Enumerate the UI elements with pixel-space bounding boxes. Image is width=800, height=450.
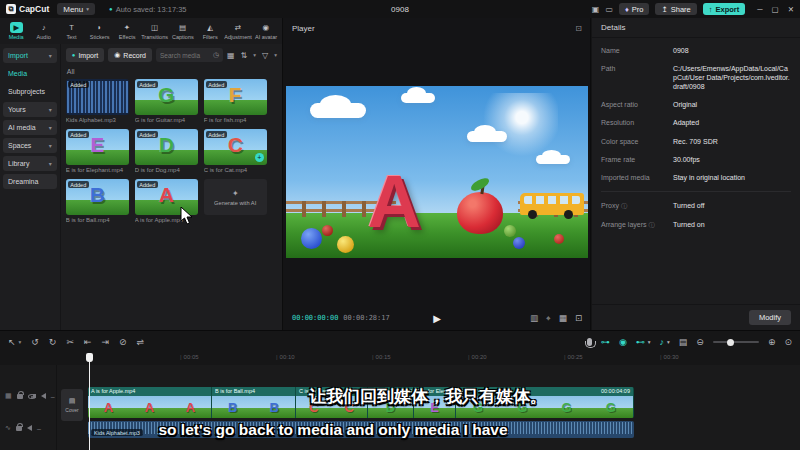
sidebar-item-ai-media[interactable]: AI media▾: [3, 120, 57, 135]
generate-with-ai-tile[interactable]: ✦ Generate with AI: [204, 179, 267, 223]
maximize-button[interactable]: ▢: [772, 5, 779, 14]
media-item-g-guitar[interactable]: AddedG G is for Guitar.mp4: [135, 79, 198, 123]
split-icon[interactable]: ✂: [66, 337, 74, 347]
close-button[interactable]: ✕: [788, 5, 794, 14]
record-voiceover-icon[interactable]: [587, 338, 592, 346]
sort-icon[interactable]: ⇅: [241, 51, 248, 60]
track-audio-icon[interactable]: ♪: [660, 337, 665, 347]
search-input[interactable]: [160, 52, 210, 59]
media-item-b-ball[interactable]: AddedB B is for Ball.mp4: [66, 179, 129, 223]
section-label-all[interactable]: All: [67, 68, 277, 75]
tab-adjustment[interactable]: ⇄Adjustment: [224, 22, 251, 40]
chevron-down-icon[interactable]: ▾: [19, 339, 22, 345]
pointer-tool-icon[interactable]: ↖: [8, 337, 16, 347]
sidebar-item-yours[interactable]: Yours▾: [3, 102, 57, 117]
zoom-in-icon[interactable]: ⊕: [768, 337, 776, 347]
trim-right-icon[interactable]: ⇥: [102, 337, 110, 347]
export-label: Export: [716, 5, 740, 14]
link-clips-icon[interactable]: ⊶: [601, 337, 610, 347]
scene-letter-a: A: [368, 169, 421, 236]
fit-timeline-icon[interactable]: ⊙: [784, 337, 792, 347]
delete-icon[interactable]: ⊘: [119, 337, 127, 347]
tab-audio[interactable]: ♪Audio: [31, 22, 58, 40]
tab-media[interactable]: ▶Media: [3, 22, 30, 40]
export-button[interactable]: ↑ Export: [703, 3, 746, 15]
tab-ai-avatar[interactable]: ◉AI avatar: [252, 22, 279, 40]
sidebar-item-import[interactable]: Import▾: [3, 48, 57, 63]
history-clock-icon[interactable]: ◷: [213, 51, 219, 59]
detail-label: Imported media: [601, 173, 673, 182]
video-preview[interactable]: A: [286, 86, 588, 258]
pro-button[interactable]: ♦ Pro: [619, 3, 650, 15]
magnet-snap-icon[interactable]: ◉: [619, 337, 627, 347]
tab-effects[interactable]: ✦Effects: [114, 22, 141, 40]
search-box[interactable]: ◷: [156, 48, 223, 62]
tab-label: Captions: [172, 34, 194, 40]
cover-button[interactable]: ▤ Cover: [61, 389, 83, 421]
preview-axis-icon[interactable]: ⊷: [636, 337, 645, 347]
layout-switch-icon[interactable]: ▣: [592, 5, 600, 14]
mirror-icon[interactable]: ⇌: [137, 337, 145, 347]
record-button[interactable]: ◉ Record: [108, 48, 152, 62]
media-library-panel: ▶Media ♪Audio TText ◗Stickers ✦Effects ◫…: [0, 18, 283, 330]
tab-text[interactable]: TText: [58, 22, 85, 40]
thumbnail-letter: C: [228, 133, 243, 157]
lock-track-icon[interactable]: [17, 394, 23, 399]
screen-mode-icon[interactable]: ▭: [605, 5, 613, 14]
minimize-button[interactable]: ─: [757, 5, 762, 14]
mute-track-icon[interactable]: [41, 393, 46, 399]
quality-icon[interactable]: ▦: [559, 313, 567, 324]
play-button[interactable]: ▶: [433, 313, 441, 324]
collapse-track-icon[interactable]: –: [51, 393, 55, 400]
detail-row-imported-media: Imported mediaStay in original location: [601, 173, 791, 182]
chevron-down-icon[interactable]: ▾: [648, 339, 651, 345]
collapse-track-icon[interactable]: –: [37, 425, 41, 432]
panel-expand-icon[interactable]: ⊡: [575, 24, 582, 33]
mute-track-icon[interactable]: [27, 425, 32, 431]
fullscreen-icon[interactable]: ⊡: [575, 313, 582, 324]
tab-stickers[interactable]: ◗Stickers: [86, 22, 113, 40]
slider-knob[interactable]: [727, 339, 734, 346]
chevron-down-icon: ▾: [49, 160, 52, 167]
timeline-zoom-slider[interactable]: [713, 341, 759, 343]
filter-icon[interactable]: ▽: [262, 51, 268, 60]
display-settings-icon[interactable]: ▥: [530, 313, 538, 324]
sidebar-item-dreamina[interactable]: Dreamina: [3, 174, 57, 189]
add-to-timeline-button[interactable]: +: [255, 153, 264, 162]
timeline-ruler[interactable]: 00:05 00:10 00:15 00:20 00:25 00:30: [0, 353, 800, 365]
chevron-down-icon[interactable]: ▾: [667, 339, 670, 345]
undo-icon[interactable]: ↺: [31, 337, 39, 347]
tab-transitions[interactable]: ◫Transitions: [141, 22, 168, 40]
playhead[interactable]: [89, 353, 90, 450]
grid-view-icon[interactable]: ▦: [227, 51, 235, 60]
added-badge: Added: [68, 131, 89, 138]
sidebar-item-subprojects[interactable]: Subprojects: [3, 84, 57, 99]
cover-template-icon[interactable]: ▤: [679, 337, 688, 347]
tab-captions[interactable]: ▤Captions: [169, 22, 196, 40]
import-button[interactable]: ● Import: [66, 48, 104, 62]
waveform-view-icon[interactable]: ∿: [5, 424, 11, 432]
zoom-out-icon[interactable]: ⊖: [696, 337, 704, 347]
menu-button[interactable]: Menu ▾: [57, 3, 95, 15]
clip-b-ball[interactable]: B is for Ball.mp4 BB: [212, 387, 296, 418]
sidebar-item-library[interactable]: Library▾: [3, 156, 57, 171]
preview-focus-icon[interactable]: ⌖: [546, 313, 551, 324]
modify-button[interactable]: Modify: [749, 310, 791, 325]
media-item-f-fish[interactable]: AddedF F is for fish.mp4: [204, 79, 267, 123]
audio-icon: ♪: [37, 22, 50, 33]
trim-left-icon[interactable]: ⇤: [84, 337, 92, 347]
media-item-d-dog[interactable]: AddedD D is for Dog.mp4: [135, 129, 198, 173]
sidebar-item-spaces[interactable]: Spaces▾: [3, 138, 57, 153]
clip-a-apple[interactable]: A is for Apple.mp4 AAA: [88, 387, 212, 418]
sidebar-item-media[interactable]: Media: [3, 66, 57, 81]
redo-icon[interactable]: ↻: [49, 337, 57, 347]
media-item-kids-alphabet[interactable]: Added Kids Alphabet.mp3: [66, 79, 129, 123]
detail-label: Name: [601, 46, 673, 55]
media-item-e-elephant[interactable]: AddedE E is for Elephant.mp4: [66, 129, 129, 173]
tab-filters[interactable]: ◭Filters: [197, 22, 224, 40]
share-button[interactable]: ↥ Share: [655, 3, 696, 15]
transitions-icon: ◫: [148, 22, 161, 33]
media-item-c-cat[interactable]: AddedC+ C is for Cat.mp4: [204, 129, 267, 173]
thumbnail-view-icon[interactable]: ▦: [5, 392, 12, 400]
detail-value: Adapted: [673, 118, 699, 127]
